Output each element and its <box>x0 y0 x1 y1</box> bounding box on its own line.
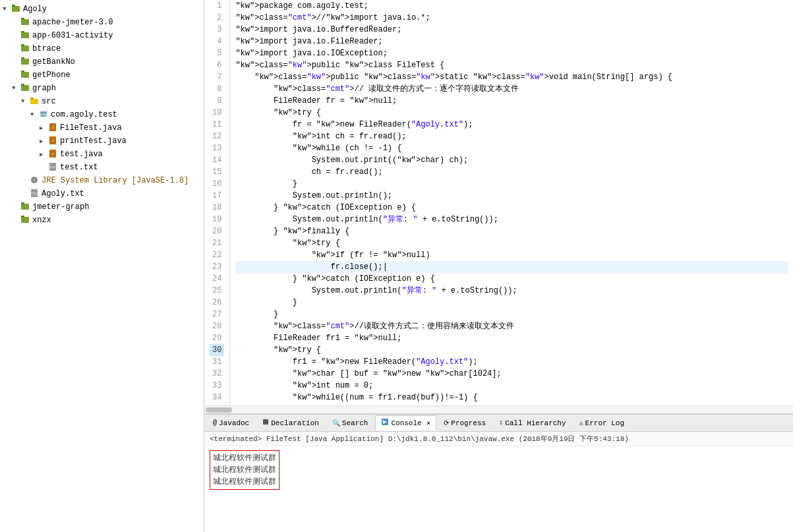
code-line-41[interactable]: "kw">int num = 0; <box>235 380 788 392</box>
console-output: 城北程软件测试群城北程软件测试群城北程软件测试群 <box>204 446 793 532</box>
tree-label-getphone: getPhone <box>32 71 71 80</box>
tab-javadoc[interactable]: @Javadoc <box>207 417 255 430</box>
code-line-40[interactable]: "kw">char [] buf = "kw">new "kw">char[10… <box>235 368 788 380</box>
tab-search[interactable]: 🔍Search <box>326 417 374 430</box>
code-line-4[interactable]: "kw">import java.io.BufferedReader; <box>235 24 788 36</box>
code-line-27[interactable]: } "kw">finally { <box>235 225 788 237</box>
code-line-14[interactable]: "kw">try { <box>235 107 788 119</box>
code-line-25[interactable]: System.out.println("异常: " + e.toString()… <box>235 214 788 225</box>
code-line-22[interactable]: System.out.println(); <box>235 190 788 202</box>
progress-tab-label: Progress <box>451 419 486 427</box>
sidebar-item-jre[interactable]: JJRE System Library [JavaSE-1.8] <box>0 174 204 187</box>
line-number-4: 4 <box>210 36 224 47</box>
tab-progress[interactable]: ⟳Progress <box>438 417 492 430</box>
svg-rect-13 <box>21 84 24 86</box>
sidebar-item-getphone[interactable]: getPhone <box>0 69 204 82</box>
sidebar-item-src[interactable]: ▼src <box>0 95 204 108</box>
code-line-12[interactable]: "kw">class="cmt">// 读取文件的方式一：逐个字符读取文本文件 <box>235 83 788 95</box>
javadoc-tab-icon: @ <box>213 419 217 427</box>
code-line-38[interactable]: "kw">try { <box>235 344 788 356</box>
sidebar-item-agoly[interactable]: ▼Agoly <box>0 3 204 16</box>
sidebar-item-xnzx[interactable]: xnzx <box>0 214 204 227</box>
code-line-33[interactable]: } <box>235 297 788 309</box>
code-line-39[interactable]: fr1 = "kw">new FileReader("Agoly.txt"); <box>235 356 788 368</box>
txt-icon: txt <box>47 162 58 173</box>
tree-arrow-printtest[interactable]: ▶ <box>40 138 47 145</box>
code-line-32[interactable]: System.out.println("异常: " + e.toString()… <box>235 285 788 297</box>
sidebar-item-app[interactable]: app-6031-activity <box>0 29 204 42</box>
tab-callhierarchy[interactable]: ↕Call Hierarchy <box>493 417 572 430</box>
code-line-37[interactable]: FileReader fr1 = "kw">null; <box>235 332 788 344</box>
line-number-22: 22 <box>210 249 224 261</box>
sidebar-item-graph[interactable]: ▼graph <box>0 82 204 95</box>
sidebar-item-jmetergraph[interactable]: jmeter-graph <box>0 200 204 214</box>
code-line-6[interactable]: "kw">import java.io.IOException; <box>235 47 788 59</box>
sidebar-item-printtest[interactable]: ▶JprintTest.java <box>0 134 204 148</box>
code-content[interactable]: "kw">package com.agoly.test;"kw">class="… <box>230 0 793 405</box>
code-editor[interactable]: 1234567891011121314151617181920212223242… <box>204 0 793 405</box>
tree-label-testjava: test.java <box>60 150 103 159</box>
code-line-28[interactable]: "kw">try { <box>235 237 788 249</box>
code-line-21[interactable]: } <box>235 178 788 190</box>
code-line-29[interactable]: "kw">if (fr != "kw">null) <box>235 249 788 261</box>
console-close-icon[interactable]: ✕ <box>426 419 431 427</box>
code-line-30[interactable]: fr.close();| <box>235 261 788 273</box>
tab-declaration[interactable]: Declaration <box>256 416 325 430</box>
code-line-13[interactable]: FileReader fr = "kw">null; <box>235 95 788 107</box>
line-number-28: 28 <box>210 320 224 332</box>
code-line-36[interactable]: "kw">class="cmt">//读取文件方式二：使用容纳来读取文本文件 <box>235 320 788 332</box>
console-tab-label: Console <box>391 419 421 427</box>
line-number-8: 8 <box>210 83 224 95</box>
sidebar-item-apache[interactable]: apache-jmeter-3.0 <box>0 16 204 29</box>
line-number-31: 31 <box>210 356 224 368</box>
sidebar-item-filetest[interactable]: ▶JFileTest.java <box>0 121 204 134</box>
file-tree[interactable]: ▼Agolyapache-jmeter-3.0app-6031-activity… <box>0 0 204 532</box>
java-icon: J <box>47 123 58 133</box>
code-line-17[interactable]: "kw">int ch = fr.read(); <box>235 131 788 142</box>
sidebar-item-testtxt[interactable]: txttest.txt <box>0 161 204 174</box>
code-line-31[interactable]: } "kw">catch (IOException e) { <box>235 273 788 285</box>
svg-text:J: J <box>33 179 35 183</box>
code-line-1[interactable]: "kw">package com.agoly.test; <box>235 0 788 12</box>
project-icon <box>20 17 30 28</box>
tree-label-graph: graph <box>32 84 56 93</box>
sidebar-item-btrace[interactable]: btrace <box>0 42 204 55</box>
errorlog-tab-icon: ⚠ <box>579 419 583 427</box>
svg-text:J: J <box>51 126 53 130</box>
tree-arrow-testjava[interactable]: ▶ <box>40 151 47 158</box>
sidebar-item-comtest[interactable]: ▼pkgcom.agoly.test <box>0 108 204 121</box>
line-number-12: 12 <box>210 131 224 142</box>
svg-rect-11 <box>21 71 24 73</box>
code-line-18[interactable]: "kw">while (ch != -1) { <box>235 142 788 154</box>
tab-console[interactable]: Console✕ <box>375 415 436 430</box>
code-line-42[interactable]: "kw">while((num = fr1.read(buf))!=-1) { <box>235 392 788 403</box>
tab-errorlog[interactable]: ⚠Error Log <box>573 417 630 430</box>
tree-arrow-src[interactable]: ▼ <box>21 98 29 105</box>
scrollbar-thumb[interactable] <box>206 407 232 413</box>
tree-arrow-comtest[interactable]: ▼ <box>30 111 38 118</box>
tree-label-jre: JRE System Library [JavaSE-1.8] <box>42 176 189 185</box>
tree-label-agoly: Agoly <box>23 5 47 14</box>
code-line-19[interactable]: System.out.print(("kw">char) ch); <box>235 154 788 166</box>
tree-arrow-agoly[interactable]: ▼ <box>3 6 11 13</box>
line-number-7: 7 <box>210 71 224 83</box>
bottom-tabs-bar[interactable]: @JavadocDeclaration🔍SearchConsole✕⟳Progr… <box>204 415 793 432</box>
code-line-8[interactable]: "kw">class="kw">public "kw">class FileTe… <box>235 59 788 71</box>
horizontal-scrollbar[interactable] <box>204 405 793 413</box>
sidebar-item-testjava[interactable]: ▶Jtest.java <box>0 148 204 161</box>
code-line-10[interactable]: "kw">class="kw">public "kw">class="kw">s… <box>235 71 788 83</box>
sidebar-item-agolytxt[interactable]: txtAgoly.txt <box>0 187 204 200</box>
code-line-34[interactable]: } <box>235 309 788 320</box>
tree-arrow-graph[interactable]: ▼ <box>12 85 20 92</box>
tree-label-btrace: btrace <box>32 44 61 53</box>
tree-arrow-filetest[interactable]: ▶ <box>40 125 47 132</box>
svg-rect-1 <box>12 5 15 7</box>
code-line-15[interactable]: fr = "kw">new FileReader("Agoly.txt"); <box>235 119 788 131</box>
search-tab-label: Search <box>342 419 368 427</box>
tree-label-agolytxt: Agoly.txt <box>42 189 84 198</box>
code-line-5[interactable]: "kw">import java.io.FileReader; <box>235 36 788 47</box>
code-line-20[interactable]: ch = fr.read(); <box>235 166 788 178</box>
code-line-24[interactable]: } "kw">catch (IOException e) { <box>235 202 788 214</box>
sidebar-item-getbankno[interactable]: getBankNo <box>0 55 204 69</box>
code-line-3[interactable]: "kw">class="cmt">//"kw">import java.io.*… <box>235 12 788 24</box>
